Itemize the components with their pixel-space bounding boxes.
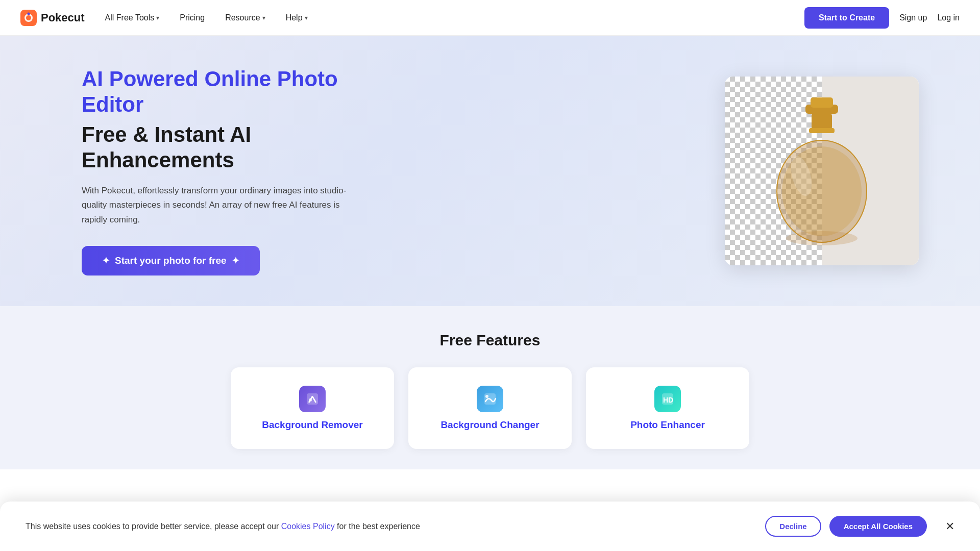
svg-point-10 — [786, 231, 857, 245]
bg-remover-label: Background Remover — [262, 419, 362, 431]
features-cards: Background Remover Background Changer HD… — [41, 367, 939, 449]
hero-section: AI Powered Online Photo Editor Free & In… — [0, 36, 980, 306]
features-title: Free Features — [41, 332, 939, 349]
nav-pricing[interactable]: Pricing — [180, 13, 205, 22]
hero-image — [725, 77, 919, 265]
sparkle-icon: ✦ — [102, 255, 110, 266]
features-section: Free Features Background Remover Backgro — [0, 306, 980, 469]
svg-rect-11 — [809, 128, 835, 133]
feature-card-photo-enhancer[interactable]: HD Photo Enhancer — [586, 367, 749, 449]
nav-all-free-tools[interactable]: All Free Tools ▾ — [105, 13, 160, 22]
navbar-left: Pokecut All Free Tools ▾ Pricing Resourc… — [20, 10, 308, 26]
sign-up-button[interactable]: Sign up — [899, 13, 927, 22]
hero-cta-button[interactable]: ✦ Start your photo for free ✦ — [82, 246, 260, 276]
hero-description: With Pokecut, effortlessly transform you… — [82, 184, 357, 228]
navbar-right: Start to Create Sign up Log in — [804, 7, 960, 29]
chevron-down-icon: ▾ — [305, 14, 308, 21]
svg-rect-5 — [811, 97, 833, 108]
hero-title-colored: AI Powered Online Photo Editor — [82, 66, 357, 118]
navbar: Pokecut All Free Tools ▾ Pricing Resourc… — [0, 0, 980, 36]
photo-enhancer-icon: HD — [654, 386, 681, 412]
logo[interactable]: Pokecut — [20, 10, 85, 26]
logo-text: Pokecut — [41, 11, 85, 24]
hero-title-dark: Free & Instant AI Enhancements — [82, 122, 357, 173]
nav-resource[interactable]: Resource ▾ — [225, 13, 265, 22]
svg-rect-12 — [307, 393, 318, 405]
nav-help[interactable]: Help ▾ — [286, 13, 308, 22]
bg-remover-icon — [299, 386, 326, 412]
chevron-down-icon: ▾ — [262, 14, 265, 21]
logo-icon — [20, 10, 37, 26]
bg-changer-icon — [477, 386, 503, 412]
log-in-button[interactable]: Log in — [937, 13, 960, 22]
start-create-button[interactable]: Start to Create — [804, 7, 889, 29]
svg-text:HD: HD — [663, 396, 673, 404]
chevron-down-icon: ▾ — [156, 14, 159, 21]
feature-card-bg-changer[interactable]: Background Changer — [408, 367, 572, 449]
feature-card-bg-remover[interactable]: Background Remover — [231, 367, 394, 449]
perfume-bottle-image — [725, 77, 919, 265]
sparkle-icon-2: ✦ — [232, 255, 239, 266]
svg-rect-6 — [812, 114, 832, 129]
perfume-svg — [750, 89, 893, 253]
bg-changer-label: Background Changer — [440, 419, 539, 431]
hero-content: AI Powered Online Photo Editor Free & In… — [82, 66, 357, 276]
svg-point-13 — [309, 398, 312, 402]
svg-point-2 — [26, 15, 31, 20]
svg-point-3 — [28, 12, 30, 15]
photo-enhancer-label: Photo Enhancer — [630, 419, 705, 431]
svg-point-15 — [485, 395, 488, 398]
